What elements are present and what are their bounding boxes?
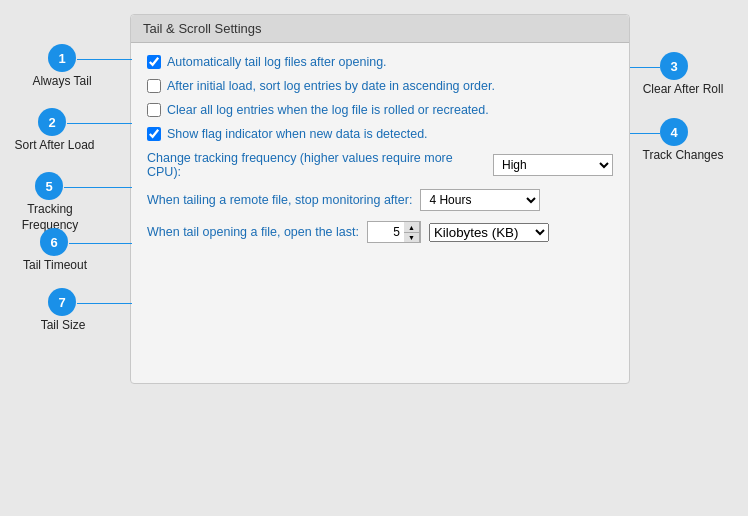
badge-2-number: 2 (48, 115, 55, 130)
badge-7: 7 (48, 288, 76, 316)
checkbox-clear-after-roll[interactable] (147, 103, 161, 117)
badge-3-label: Clear After Roll (638, 82, 728, 98)
badge-7-number: 7 (58, 295, 65, 310)
badge-4-label: Track Changes (638, 148, 728, 164)
checkbox-show-flag[interactable] (147, 127, 161, 141)
line-5 (64, 187, 132, 188)
timeout-label: When tailing a remote file, stop monitor… (147, 193, 412, 207)
checkbox-always-tail[interactable] (147, 55, 161, 69)
frequency-row: Change tracking frequency (higher values… (147, 151, 613, 179)
badge-2-label: Sort After Load (12, 138, 97, 154)
line-1 (77, 59, 132, 60)
badge-3: 3 (660, 52, 688, 80)
badge-3-number: 3 (670, 59, 677, 74)
tailsize-label: When tail opening a file, open the last: (147, 225, 359, 239)
badge-6-label: Tail Timeout (15, 258, 95, 274)
checkbox-row-4: Show flag indicator when new data is det… (147, 127, 613, 141)
badge-4: 4 (660, 118, 688, 146)
badge-4-number: 4 (670, 125, 677, 140)
spinner-wrapper: ▲ ▼ (367, 221, 421, 243)
badge-2: 2 (38, 108, 66, 136)
checkbox-label-1[interactable]: Automatically tail log files after openi… (167, 55, 387, 69)
settings-panel: Tail & Scroll Settings Automatically tai… (130, 14, 630, 384)
badge-5: 5 (35, 172, 63, 200)
checkbox-label-4[interactable]: Show flag indicator when new data is det… (167, 127, 428, 141)
tailsize-row: When tail opening a file, open the last:… (147, 221, 613, 243)
checkbox-row-2: After initial load, sort log entries by … (147, 79, 613, 93)
tailsize-spinner-input[interactable] (368, 222, 404, 242)
checkbox-label-3[interactable]: Clear all log entries when the log file … (167, 103, 489, 117)
badge-1-number: 1 (58, 51, 65, 66)
badge-5-number: 5 (45, 179, 52, 194)
badge-1: 1 (48, 44, 76, 72)
frequency-label: Change tracking frequency (higher values… (147, 151, 485, 179)
line-7 (77, 303, 132, 304)
panel-title: Tail & Scroll Settings (131, 15, 629, 43)
timeout-select[interactable]: 4 Hours 1 Hour 2 Hours 8 Hours Never (420, 189, 540, 211)
line-2 (67, 123, 132, 124)
badge-7-label: Tail Size (28, 318, 98, 334)
badge-1-label: Always Tail (22, 74, 102, 90)
timeout-row: When tailing a remote file, stop monitor… (147, 189, 613, 211)
badge-6: 6 (40, 228, 68, 256)
frequency-select[interactable]: High Low Medium Very High (493, 154, 613, 176)
line-3 (630, 67, 660, 68)
checkbox-sort-after-load[interactable] (147, 79, 161, 93)
spinner-down-button[interactable]: ▼ (404, 232, 420, 243)
spinner-buttons: ▲ ▼ (404, 221, 420, 243)
checkbox-label-2[interactable]: After initial load, sort log entries by … (167, 79, 495, 93)
checkbox-row-1: Automatically tail log files after openi… (147, 55, 613, 69)
spinner-up-button[interactable]: ▲ (404, 221, 420, 232)
tailsize-unit-select[interactable]: Kilobytes (KB) Megabytes (MB) Lines (429, 223, 549, 242)
checkbox-row-3: Clear all log entries when the log file … (147, 103, 613, 117)
panel-body: Automatically tail log files after openi… (131, 43, 629, 265)
badge-6-number: 6 (50, 235, 57, 250)
line-4 (630, 133, 660, 134)
line-6 (69, 243, 132, 244)
